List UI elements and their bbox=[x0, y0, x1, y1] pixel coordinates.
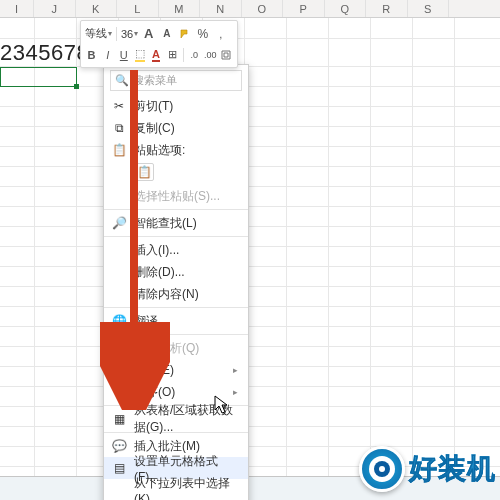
more-formats-button[interactable] bbox=[220, 47, 233, 62]
submenu-arrow-icon: ▸ bbox=[233, 387, 238, 397]
decimal-increase-button[interactable]: .0 bbox=[188, 47, 201, 62]
table-icon: ▦ bbox=[112, 412, 126, 426]
col-Q[interactable]: Q bbox=[325, 0, 367, 17]
selection-handle[interactable] bbox=[74, 84, 79, 89]
decimal-decrease-button[interactable]: .00 bbox=[204, 47, 217, 62]
col-S[interactable]: S bbox=[408, 0, 450, 17]
watermark: 好装机 bbox=[359, 446, 496, 492]
size-select[interactable]: 36▾ bbox=[121, 28, 138, 40]
menu-pick-from-list[interactable]: 从下拉列表中选择(K)... bbox=[104, 479, 248, 500]
font-select[interactable]: 等线▾ bbox=[85, 26, 112, 41]
increase-font-button[interactable]: A bbox=[141, 26, 156, 41]
col-J[interactable]: J bbox=[34, 0, 76, 17]
watermark-text: 好装机 bbox=[409, 450, 496, 488]
col-N[interactable]: N bbox=[200, 0, 242, 17]
bold-button[interactable]: B bbox=[85, 47, 98, 62]
col-M[interactable]: M bbox=[159, 0, 201, 17]
col-L[interactable]: L bbox=[117, 0, 159, 17]
cell-value: 2345678 bbox=[0, 40, 89, 66]
column-headers: I J K L M N O P Q R S bbox=[0, 0, 500, 18]
mouse-cursor bbox=[214, 395, 230, 418]
col-K[interactable]: K bbox=[76, 0, 118, 17]
col-I[interactable]: I bbox=[0, 0, 34, 17]
col-R[interactable]: R bbox=[366, 0, 408, 17]
comment-icon: 💬 bbox=[112, 439, 126, 453]
col-P[interactable]: P bbox=[283, 0, 325, 17]
cell-selection[interactable] bbox=[0, 67, 77, 87]
decrease-font-button[interactable]: A bbox=[159, 26, 174, 41]
comma-button[interactable]: , bbox=[213, 26, 228, 41]
format-painter-icon[interactable] bbox=[177, 26, 192, 41]
percent-button[interactable]: % bbox=[195, 26, 210, 41]
col-O[interactable]: O bbox=[242, 0, 284, 17]
watermark-logo-icon bbox=[359, 446, 405, 492]
submenu-arrow-icon: ▸ bbox=[233, 365, 238, 375]
format-cells-icon: ▤ bbox=[112, 461, 126, 475]
